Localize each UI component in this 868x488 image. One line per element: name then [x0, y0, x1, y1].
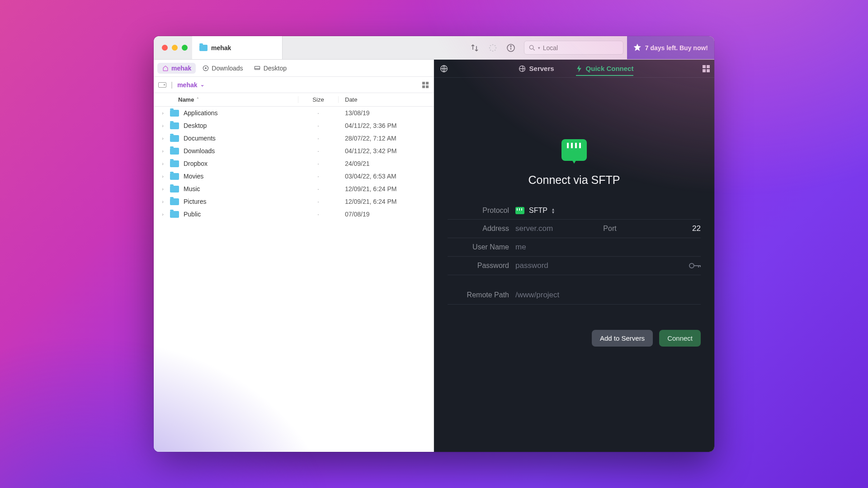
label-password: Password — [448, 262, 515, 270]
favorite-label: Downloads — [212, 65, 243, 72]
add-to-servers-button[interactable]: Add to Servers — [592, 330, 653, 347]
folder-icon — [170, 122, 179, 129]
titlebar: mehak ▾ 7 days left. Buy now! — [154, 36, 714, 60]
zoom-window-button[interactable] — [182, 45, 188, 51]
favorite-mehak[interactable]: mehak — [157, 63, 196, 74]
favorite-label: Desktop — [264, 65, 287, 72]
window-tab[interactable]: mehak — [192, 36, 283, 59]
disclosure-icon[interactable]: › — [160, 186, 165, 192]
svg-point-2 — [495, 47, 496, 48]
column-name[interactable]: Name ˆ — [178, 96, 298, 103]
favorite-downloads[interactable]: Downloads — [198, 63, 247, 74]
tab-servers-label: Servers — [529, 65, 554, 72]
file-name: Downloads — [184, 147, 298, 155]
search-field-wrap[interactable]: ▾ — [524, 41, 623, 55]
file-size: · — [298, 135, 339, 142]
local-pane: mehak Downloads Desktop | — [154, 60, 434, 452]
table-row[interactable]: ›Documents·28/07/22, 7:12 AM — [154, 132, 434, 145]
toolbar-icons — [470, 36, 520, 59]
svg-point-6 — [489, 47, 490, 48]
layout-icon[interactable] — [703, 65, 710, 72]
file-name: Music — [184, 185, 298, 192]
connect-button[interactable]: Connect — [659, 330, 701, 347]
remote-pane: Servers Quick Connect Connect via SFTP P… — [434, 60, 714, 452]
remote-path-input[interactable] — [515, 291, 701, 300]
file-date: 28/07/22, 7:12 AM — [339, 135, 434, 142]
table-row[interactable]: ›Music·12/09/21, 6:24 PM — [154, 183, 434, 195]
app-window: mehak ▾ 7 days left. Buy now! — [154, 36, 714, 452]
disclosure-icon[interactable]: › — [160, 199, 165, 204]
port-input[interactable] — [621, 224, 701, 233]
svg-point-3 — [494, 49, 495, 51]
folder-icon — [170, 173, 179, 180]
table-row[interactable]: ›Downloads·04/11/22, 3:42 PM — [154, 145, 434, 157]
table-row[interactable]: ›Dropbox·24/09/21 — [154, 157, 434, 170]
svg-point-22 — [689, 263, 694, 268]
table-row[interactable]: ›Pictures·12/09/21, 6:24 PM — [154, 195, 434, 208]
breadcrumb-current[interactable]: mehak ⌄ — [177, 81, 204, 89]
file-date: 24/09/21 — [339, 160, 434, 167]
column-size[interactable]: Size — [298, 96, 339, 103]
chevron-down-icon: ▾ — [538, 46, 540, 50]
svg-point-1 — [494, 45, 495, 46]
svg-point-10 — [510, 46, 511, 47]
svg-point-5 — [490, 49, 491, 51]
favorite-label: mehak — [171, 65, 191, 72]
table-row[interactable]: ›Movies·03/04/22, 6:53 AM — [154, 170, 434, 183]
svg-rect-16 — [422, 82, 425, 84]
table-row[interactable]: ›Desktop·04/11/22, 3:36 PM — [154, 119, 434, 132]
row-address: Address Port — [448, 220, 701, 238]
disclosure-icon[interactable]: › — [160, 136, 165, 141]
tab-quick-connect[interactable]: Quick Connect — [576, 65, 634, 76]
disclosure-icon[interactable]: › — [160, 161, 165, 166]
svg-rect-25 — [700, 265, 701, 267]
path-bar: | mehak ⌄ — [154, 77, 434, 93]
trial-banner[interactable]: 7 days left. Buy now! — [627, 36, 714, 59]
disclosure-icon[interactable]: › — [160, 110, 165, 116]
file-name: Documents — [184, 135, 298, 142]
globe-icon[interactable] — [439, 65, 449, 73]
disclosure-icon[interactable]: › — [160, 174, 165, 179]
svg-point-11 — [529, 45, 533, 49]
disclosure-icon[interactable]: › — [160, 123, 165, 128]
svg-rect-24 — [698, 265, 699, 267]
column-date[interactable]: Date — [339, 96, 434, 103]
file-size: · — [298, 122, 339, 129]
protocol-select[interactable]: SFTP ▴▾ — [515, 206, 554, 215]
desktop-icon — [254, 65, 261, 71]
quick-connect-title: Connect via SFTP — [528, 174, 620, 187]
search-input[interactable] — [543, 44, 618, 52]
file-name: Movies — [184, 173, 298, 180]
disclosure-icon[interactable]: › — [160, 148, 165, 154]
svg-point-7 — [490, 45, 491, 46]
favorite-desktop[interactable]: Desktop — [250, 63, 291, 74]
minimize-window-button[interactable] — [172, 45, 178, 51]
tab-quick-label: Quick Connect — [586, 65, 634, 72]
sync-icon[interactable] — [488, 43, 498, 53]
row-remote-path: Remote Path — [448, 286, 701, 305]
table-row[interactable]: ›Applications·13/08/19 — [154, 107, 434, 119]
column-name-label: Name — [178, 96, 194, 103]
close-window-button[interactable] — [162, 45, 168, 51]
file-size: · — [298, 160, 339, 167]
column-headers: Name ˆ Size Date — [154, 93, 434, 107]
disk-icon[interactable] — [158, 82, 166, 88]
password-input[interactable] — [515, 261, 684, 270]
trial-text: 7 days left. Buy now! — [645, 44, 708, 52]
disclosure-icon[interactable]: › — [160, 211, 165, 217]
table-row[interactable]: ›Public·07/08/19 — [154, 208, 434, 221]
folder-icon — [170, 186, 179, 192]
quick-connect-form: Connect via SFTP Protocol SFTP ▴▾ — [434, 78, 714, 452]
key-icon[interactable] — [689, 263, 701, 269]
view-mode-toggle[interactable] — [422, 81, 429, 89]
transfer-icon[interactable] — [470, 43, 480, 53]
info-icon[interactable] — [506, 43, 516, 53]
file-name: Pictures — [184, 198, 298, 205]
folder-icon — [170, 198, 179, 205]
address-input[interactable] — [515, 224, 595, 233]
folder-icon — [170, 160, 179, 167]
file-list: ›Applications·13/08/19›Desktop·04/11/22,… — [154, 107, 434, 452]
sftp-chip-icon — [515, 207, 524, 214]
username-input[interactable] — [515, 243, 701, 252]
tab-servers[interactable]: Servers — [519, 65, 554, 72]
